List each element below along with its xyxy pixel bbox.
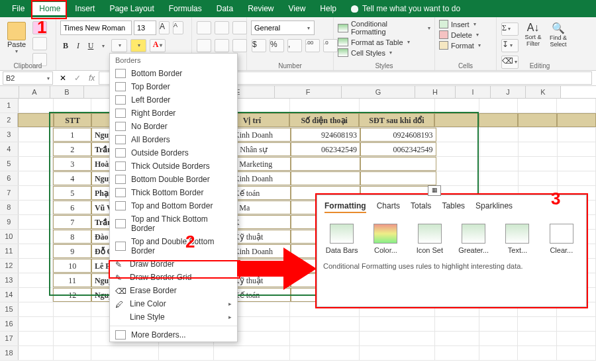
italic-button[interactable]: I [73,41,83,51]
font-color-button[interactable]: A [150,39,166,52]
font-name-input[interactable] [60,21,132,35]
increase-font-button[interactable]: A [159,21,170,34]
quick-analysis-popover[interactable]: ▦ Formatting Charts Totals Tables Sparkl… [315,193,588,308]
draw-border-grid-item[interactable]: ✎Draw Border Grid [110,271,237,284]
row-header[interactable]: 8 [0,201,19,214]
number-format-select[interactable] [251,21,315,35]
format-cells-button[interactable]: Format [439,41,481,50]
paste-button[interactable]: Paste ▾ [4,21,29,54]
insert-cells-button[interactable]: Insert [439,20,476,28]
select-all-corner[interactable] [0,86,19,98]
increase-decimal-button[interactable]: .00 [305,39,320,52]
qa-data-bars[interactable]: Data Bars [324,224,359,254]
qa-color-scale[interactable]: Color... [368,224,403,254]
col-header-a[interactable]: A [19,86,50,98]
bold-button[interactable]: B [60,41,71,51]
row-header[interactable]: 17 [0,332,19,345]
format-as-table-button[interactable]: Format as Table [338,38,410,46]
tab-insert[interactable]: Insert [68,2,101,15]
border-item-11[interactable]: Top and Thick Bottom Border [110,212,237,235]
col-header-h[interactable]: H [415,86,456,98]
fx-icon[interactable]: fx [85,73,99,83]
tab-page-layout[interactable]: Page Layout [103,2,160,15]
border-item-0[interactable]: Bottom Border [110,67,237,80]
col-header-b[interactable]: B [50,86,84,98]
name-box[interactable]: B2▾ [3,71,53,85]
borders-dropdown[interactable]: Borders Bottom BorderTop BorderLeft Bord… [109,53,238,342]
fill-button[interactable]: ↧ [501,39,519,52]
row-header[interactable]: 12 [0,259,19,273]
row-header[interactable]: 7 [0,186,19,200]
comma-button[interactable]: , [287,39,302,52]
row-header[interactable]: 1 [0,99,19,113]
qa-greater-than[interactable]: Greater... [456,224,491,254]
percent-button[interactable]: % [270,39,284,52]
line-style-item[interactable]: Line Style [110,310,237,324]
row-header[interactable]: 4 [0,142,19,156]
tab-file[interactable]: File [5,2,31,15]
decrease-font-button[interactable]: A [173,21,183,34]
border-item-2[interactable]: Left Border [110,93,237,107]
delete-cells-button[interactable]: Delete [439,30,479,39]
erase-border-item[interactable]: ⌫Erase Border [110,284,237,297]
row-header[interactable]: 16 [0,317,19,331]
borders-button[interactable] [111,39,127,52]
border-item-9[interactable]: Thick Bottom Border [110,186,237,199]
col-header-j[interactable]: J [491,86,526,98]
qa-clear-format[interactable]: Clear... [544,224,579,254]
qa-text-contains[interactable]: Text... [500,224,534,254]
border-item-8[interactable]: Bottom Double Border [110,173,237,186]
conditional-formatting-button[interactable]: Conditional Formatting [338,20,430,36]
accounting-button[interactable]: $ [252,39,266,52]
autosum-button[interactable]: Σ [501,23,519,36]
font-size-input[interactable] [134,21,156,35]
row-header[interactable]: 9 [0,215,19,229]
underline-button[interactable]: U [85,41,96,51]
row-header[interactable]: 5 [0,157,19,171]
fill-color-button[interactable] [130,39,146,52]
border-item-5[interactable]: All Borders [110,133,237,146]
align-middle-button[interactable] [215,21,229,34]
row-header[interactable]: 15 [0,302,19,316]
col-header-f[interactable]: F [275,86,342,98]
row-header[interactable]: 14 [0,288,19,302]
tab-home[interactable]: Home [32,2,67,15]
row-header[interactable]: 13 [0,273,19,287]
align-right-button[interactable] [232,39,247,52]
align-top-button[interactable] [197,21,211,34]
tab-review[interactable]: Review [241,2,280,15]
border-item-4[interactable]: No Border [110,120,237,133]
row-header[interactable]: 6 [0,171,19,185]
more-borders-item[interactable]: More Borders... [110,328,237,341]
cell-styles-button[interactable]: Cell Styles [338,48,392,57]
cancel-edit-icon[interactable]: ✕ [56,73,70,83]
col-header-i[interactable]: I [456,86,491,98]
border-item-7[interactable]: Thick Outside Borders [110,159,237,173]
find-select-button[interactable]: 🔍 Find & Select [547,21,570,48]
sort-filter-button[interactable]: A↓ Sort & Filter [522,21,544,47]
line-color-item[interactable]: 🖊Line Color [110,297,237,310]
align-left-button[interactable] [197,39,211,52]
qa-tab-totals[interactable]: Totals [411,201,431,213]
qa-tab-sparklines[interactable]: Sparklines [475,201,513,213]
row-header[interactable]: 11 [0,244,19,258]
qa-tab-tables[interactable]: Tables [442,201,465,213]
border-item-3[interactable]: Right Border [110,107,237,120]
row-header[interactable]: 2 [0,113,18,127]
align-center-button[interactable] [215,39,229,52]
col-header-g[interactable]: G [342,86,415,98]
border-item-6[interactable]: Outside Borders [110,146,237,159]
border-item-10[interactable]: Top and Bottom Border [110,199,237,212]
row-header[interactable]: 18 [0,346,19,360]
row-header[interactable]: 3 [0,128,19,142]
row-header[interactable]: 10 [0,230,19,244]
border-item-12[interactable]: Top and Double Bottom Border [110,235,237,257]
qa-icon-set[interactable]: Icon Set [413,224,447,254]
copy-button[interactable] [32,37,47,50]
tab-help[interactable]: Help [313,2,343,15]
confirm-edit-icon[interactable]: ✓ [70,73,85,83]
col-header-k[interactable]: K [526,86,561,98]
tab-view[interactable]: View [282,2,313,15]
border-item-1[interactable]: Top Border [110,80,237,93]
align-bottom-button[interactable] [232,21,247,34]
